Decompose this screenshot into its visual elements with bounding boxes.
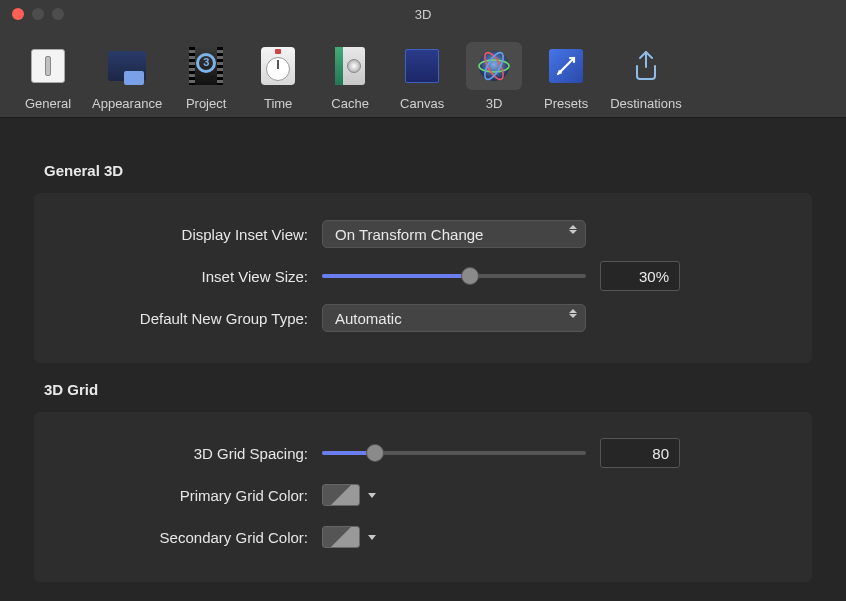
3d-icon bbox=[474, 46, 514, 86]
canvas-icon bbox=[405, 49, 439, 83]
row-3d-grid-spacing: 3D Grid Spacing: 80 bbox=[62, 432, 784, 474]
field-3d-grid-spacing[interactable]: 80 bbox=[600, 438, 680, 468]
label-secondary-grid-color: Secondary Grid Color: bbox=[62, 529, 322, 546]
appearance-icon bbox=[108, 51, 146, 81]
toolbar-item-label: Project bbox=[186, 96, 226, 111]
toolbar: General Appearance 3 Project Time Cache … bbox=[0, 28, 846, 118]
general-icon bbox=[31, 49, 65, 83]
row-secondary-grid-color: Secondary Grid Color: bbox=[62, 516, 784, 558]
select-value: On Transform Change bbox=[335, 226, 483, 243]
time-icon bbox=[261, 47, 295, 85]
toolbar-item-destinations[interactable]: Destinations bbox=[602, 33, 690, 111]
chevron-down-icon bbox=[368, 493, 376, 498]
titlebar: 3D bbox=[0, 0, 846, 28]
toolbar-item-time[interactable]: Time bbox=[242, 33, 314, 111]
toolbar-item-canvas[interactable]: Canvas bbox=[386, 33, 458, 111]
project-icon: 3 bbox=[189, 47, 223, 85]
row-display-inset-view: Display Inset View: On Transform Change bbox=[62, 213, 784, 255]
toolbar-item-label: Time bbox=[264, 96, 292, 111]
row-default-new-group-type: Default New Group Type: Automatic bbox=[62, 297, 784, 339]
field-inset-view-size[interactable]: 30% bbox=[600, 261, 680, 291]
select-display-inset-view[interactable]: On Transform Change bbox=[322, 220, 586, 248]
select-value: Automatic bbox=[335, 310, 402, 327]
section-title-3d-grid: 3D Grid bbox=[44, 381, 812, 398]
label-default-new-group-type: Default New Group Type: bbox=[62, 310, 322, 327]
color-well-primary[interactable] bbox=[322, 484, 384, 506]
toolbar-item-presets[interactable]: Presets bbox=[530, 33, 602, 111]
window-title: 3D bbox=[0, 7, 846, 22]
label-primary-grid-color: Primary Grid Color: bbox=[62, 487, 322, 504]
slider-inset-view-size[interactable] bbox=[322, 266, 586, 286]
toolbar-item-3d[interactable]: 3D bbox=[458, 33, 530, 111]
slider-3d-grid-spacing[interactable] bbox=[322, 443, 586, 463]
destinations-icon bbox=[628, 48, 664, 84]
chevron-updown-icon bbox=[569, 225, 577, 234]
toolbar-item-label: Appearance bbox=[92, 96, 162, 111]
chevron-down-icon bbox=[368, 535, 376, 540]
label-3d-grid-spacing: 3D Grid Spacing: bbox=[62, 445, 322, 462]
content-area: General 3D Display Inset View: On Transf… bbox=[0, 118, 846, 601]
toolbar-item-label: Cache bbox=[331, 96, 369, 111]
section-title-general-3d: General 3D bbox=[44, 162, 812, 179]
toolbar-item-general[interactable]: General bbox=[12, 33, 84, 111]
presets-icon bbox=[549, 49, 583, 83]
toolbar-item-label: General bbox=[25, 96, 71, 111]
toolbar-item-label: Destinations bbox=[610, 96, 682, 111]
chevron-updown-icon bbox=[569, 309, 577, 318]
maximize-icon[interactable] bbox=[52, 8, 64, 20]
group-3d-grid: 3D Grid Spacing: 80 Primary Grid Color: bbox=[34, 412, 812, 582]
label-inset-view-size: Inset View Size: bbox=[62, 268, 322, 285]
toolbar-item-appearance[interactable]: Appearance bbox=[84, 33, 170, 111]
color-swatch-icon bbox=[322, 526, 360, 548]
window-controls bbox=[12, 8, 64, 20]
toolbar-item-label: Canvas bbox=[400, 96, 444, 111]
preferences-window: 3D General Appearance 3 Project Time Cac… bbox=[0, 0, 846, 601]
row-inset-view-size: Inset View Size: 30% bbox=[62, 255, 784, 297]
color-swatch-icon bbox=[322, 484, 360, 506]
toolbar-item-project[interactable]: 3 Project bbox=[170, 33, 242, 111]
close-icon[interactable] bbox=[12, 8, 24, 20]
toolbar-item-cache[interactable]: Cache bbox=[314, 33, 386, 111]
label-display-inset-view: Display Inset View: bbox=[62, 226, 322, 243]
toolbar-item-label: 3D bbox=[486, 96, 503, 111]
color-well-secondary[interactable] bbox=[322, 526, 384, 548]
group-general-3d: Display Inset View: On Transform Change … bbox=[34, 193, 812, 363]
svg-point-4 bbox=[558, 70, 562, 74]
minimize-icon[interactable] bbox=[32, 8, 44, 20]
toolbar-item-label: Presets bbox=[544, 96, 588, 111]
select-default-new-group-type[interactable]: Automatic bbox=[322, 304, 586, 332]
row-primary-grid-color: Primary Grid Color: bbox=[62, 474, 784, 516]
cache-icon bbox=[335, 47, 365, 85]
